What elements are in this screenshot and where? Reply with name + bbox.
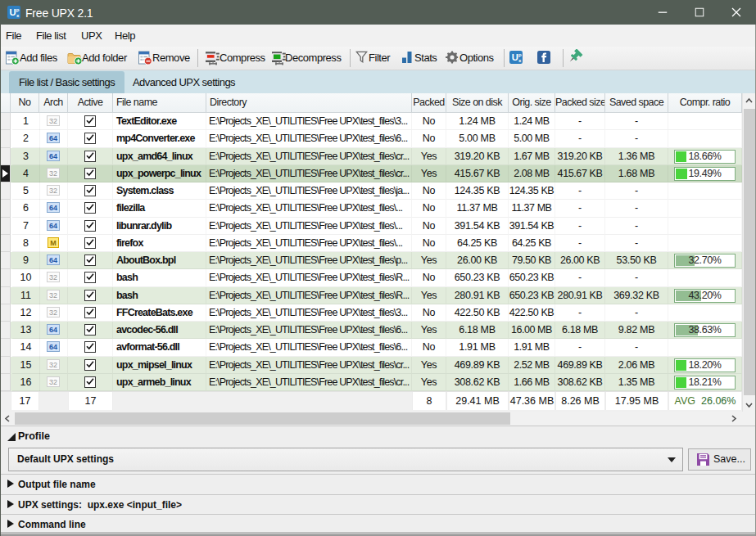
svg-text:U: U xyxy=(512,52,518,62)
svg-text:x: x xyxy=(16,12,20,18)
svg-text:U: U xyxy=(10,7,16,17)
